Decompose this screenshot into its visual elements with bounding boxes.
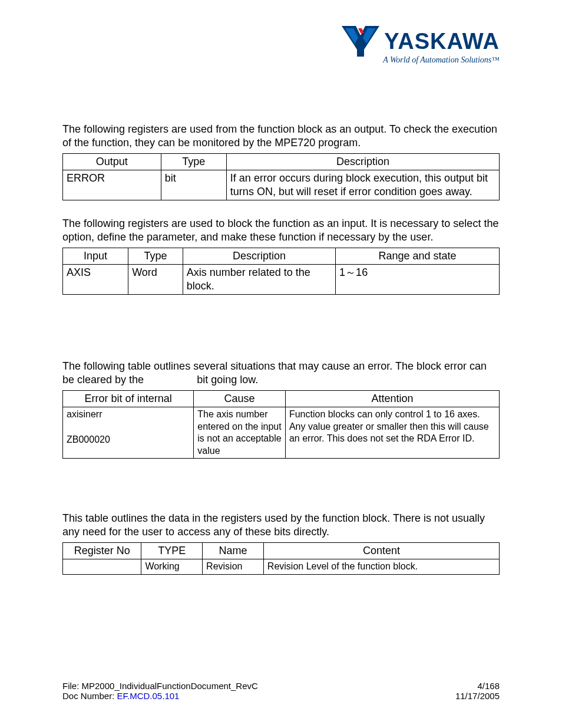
logo-block: YASKAWA A World of Automation Solutions™ [340, 26, 500, 65]
cell-name: Revision [203, 559, 264, 574]
col-name: Name [203, 543, 264, 559]
col-description: Description [226, 154, 499, 170]
cell-errorbit: axisinerr ZB000020 [63, 407, 194, 459]
table-row: Working Revision Revision Level of the f… [63, 559, 500, 574]
cell-output: ERROR [63, 170, 161, 200]
section2-intro: The following registers are used to bloc… [62, 217, 500, 244]
table-header-row: Output Type Description [63, 154, 500, 170]
logo-row: YASKAWA [340, 26, 500, 57]
yaskawa-logo-icon [340, 26, 382, 57]
cell-range: 1～16 [336, 265, 500, 295]
footer-file-value: MP2000_IndividualFunctionDocument_RevC [82, 681, 258, 691]
footer-date: 11/17/2005 [455, 691, 500, 701]
cell-input: AXIS [63, 265, 128, 295]
error-table: Error bit of internal Cause Attention ax… [62, 390, 500, 459]
footer-file: File: MP2000_IndividualFunctionDocument_… [62, 681, 258, 691]
col-content: Content [263, 543, 499, 559]
cell-regno [63, 559, 141, 574]
footer-page: 4/168 [477, 681, 500, 691]
cell-description: If an error occurs during block executio… [226, 170, 499, 200]
section3-intro-b: bit going low. [197, 374, 258, 386]
cell-type: bit [161, 170, 226, 200]
col-description: Description [183, 248, 335, 265]
section1-intro: The following registers are used from th… [62, 123, 500, 150]
cell-description: Axis number related to the block. [183, 265, 335, 295]
content-area: The following registers are used from th… [62, 24, 500, 575]
table-header-row: Error bit of internal Cause Attention [63, 391, 500, 407]
col-regno: Register No [63, 543, 141, 559]
logo-name: YASKAWA [384, 29, 500, 54]
table-header-row: Input Type Description Range and state [63, 248, 500, 265]
section3-intro: The following table outlines several sit… [62, 360, 500, 387]
table-header-row: Register No TYPE Name Content [63, 543, 500, 559]
table-row: axisinerr ZB000020 The axis number enter… [63, 407, 500, 459]
document-page: YASKAWA A World of Automation Solutions™… [0, 0, 562, 728]
table-row: AXIS Word Axis number related to the blo… [63, 265, 500, 295]
input-table: Input Type Description Range and state A… [62, 248, 500, 295]
cell-attention: Function blocks can only control 1 to 16… [285, 407, 499, 459]
errorbit-name: axisinerr [67, 409, 102, 419]
col-output: Output [63, 154, 161, 170]
page-footer: File: MP2000_IndividualFunctionDocument_… [62, 681, 500, 701]
footer-docnum-label: Doc Number: [62, 691, 117, 701]
footer-file-label: File: [62, 681, 82, 691]
logo-tagline: A World of Automation Solutions™ [340, 55, 500, 65]
register-table: Register No TYPE Name Content Working Re… [62, 542, 500, 575]
col-attention: Attention [285, 391, 499, 407]
col-type: Type [161, 154, 226, 170]
col-type: TYPE [141, 543, 203, 559]
cell-type: Working [141, 559, 203, 574]
footer-docnum: Doc Number: EF.MCD.05.101 [62, 691, 179, 701]
cell-type: Word [128, 265, 183, 295]
table-row: ERROR bit If an error occurs during bloc… [63, 170, 500, 200]
cell-content: Revision Level of the function block. [263, 559, 499, 574]
col-type: Type [128, 248, 183, 265]
errorbit-reg: ZB000020 [67, 434, 190, 446]
col-input: Input [63, 248, 128, 265]
col-range: Range and state [336, 248, 500, 265]
col-errorbit: Error bit of internal [63, 391, 194, 407]
section3-intro-a: The following table outlines several sit… [62, 360, 487, 386]
cell-cause: The axis number entered on the input is … [194, 407, 286, 459]
output-table: Output Type Description ERROR bit If an … [62, 153, 500, 200]
footer-docnum-value: EF.MCD.05.101 [117, 691, 180, 701]
col-cause: Cause [194, 391, 286, 407]
section4-intro: This table outlines the data in the regi… [62, 512, 500, 539]
